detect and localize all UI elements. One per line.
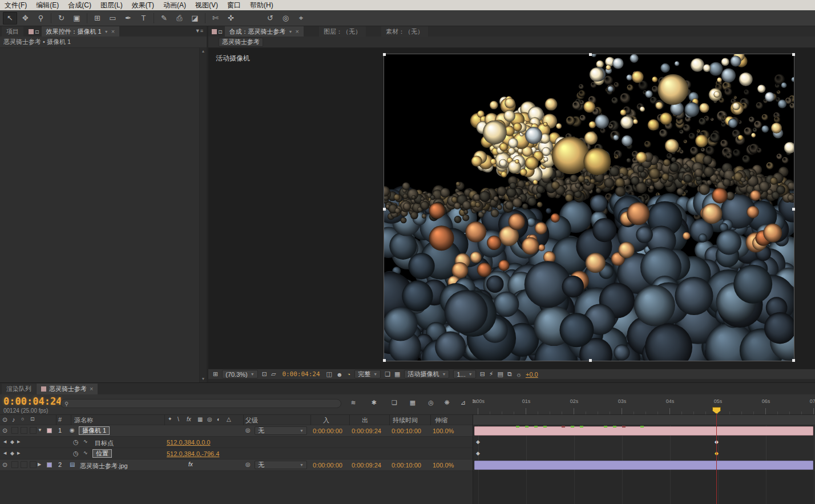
menu-file[interactable]: 文件(F) [0, 0, 31, 10]
close-icon[interactable]: × [111, 27, 115, 37]
viewport-canvas[interactable] [384, 54, 794, 361]
close-icon[interactable]: × [295, 27, 298, 37]
layer-handle[interactable] [589, 53, 592, 56]
twirl-open-icon[interactable]: ▼ [38, 428, 42, 433]
tab-footage[interactable]: 素材：（无） [381, 26, 428, 37]
pan-behind-tool[interactable]: ⊞ [90, 12, 104, 25]
menu-help[interactable]: 帮助(H) [245, 0, 278, 10]
add-keyframe-icon[interactable]: ◆ [10, 440, 14, 445]
exposure-value[interactable]: +0.0 [526, 371, 538, 378]
view-axis-mode[interactable]: ⌖ [294, 12, 308, 25]
prev-keyframe-icon[interactable]: ◀ [3, 440, 6, 444]
pick-whip-icon[interactable]: ◎ [245, 461, 251, 467]
property-row-poi[interactable]: ◀ ◆ ▶ ◷ ∿ 目标点 512.0,384.0,0.0 [0, 437, 473, 448]
brainstorm-icon[interactable]: ❋ [441, 399, 453, 406]
prev-keyframe-icon[interactable]: ◀ [3, 451, 6, 455]
layer-handle[interactable] [792, 359, 795, 362]
property-value[interactable]: 512.0,384.0,0.0 [167, 439, 210, 446]
layer-name[interactable]: 摄像机 1 [79, 426, 110, 435]
flowchart-icon[interactable]: ⧉ [507, 370, 512, 378]
col-out[interactable]: 出 [362, 416, 368, 425]
layer-handle[interactable] [792, 208, 795, 211]
add-keyframe-icon[interactable]: ◆ [10, 451, 14, 456]
pen-tool[interactable]: ✒ [121, 12, 135, 25]
eraser-tool[interactable]: ◪ [188, 12, 202, 25]
lock-icon[interactable]: ⊡ [218, 29, 223, 35]
roi-icon[interactable]: ❑ [385, 370, 390, 378]
lock-cell[interactable] [30, 427, 37, 434]
col-in[interactable]: 入 [323, 416, 329, 425]
twirl-closed-icon[interactable]: ▶ [38, 462, 41, 467]
composition-viewport[interactable] [384, 54, 794, 361]
out-value[interactable]: 0:00:09:24 [352, 428, 381, 434]
layer-handle[interactable] [383, 359, 386, 362]
layer-handle[interactable] [383, 53, 386, 56]
scrollbar[interactable]: ▲ ▼ [199, 48, 207, 382]
stretch-value[interactable]: 100.0% [433, 462, 454, 469]
tab-project[interactable]: 项目 [2, 26, 23, 37]
solo-cell[interactable] [21, 461, 27, 468]
motion-blur-icon[interactable]: ◎ [425, 399, 437, 406]
hand-tool[interactable]: ✥ [18, 12, 33, 25]
timeline-search[interactable]: ⚲ [60, 399, 341, 408]
unified-camera-tool[interactable]: ▣ [70, 12, 84, 25]
draft-3d-icon[interactable]: ✱ [368, 399, 380, 406]
property-row-position[interactable]: ◀ ◆ ▶ ◷ ∿ 位置 512.0,384.0,-796.4 [0, 448, 473, 459]
eye-icon[interactable]: ⊙ [2, 427, 7, 434]
snapshot-icon[interactable]: ◫ [326, 370, 332, 378]
keyframe-diamond[interactable]: ◆ [476, 440, 480, 445]
brush-tool[interactable]: ✎ [157, 12, 171, 25]
property-value[interactable]: 512.0,384.0,-796.4 [167, 450, 219, 457]
scroll-up-icon[interactable]: ▲ [200, 48, 207, 55]
frame-blend-icon[interactable]: ▦ [406, 399, 419, 406]
layer-color-swatch[interactable] [47, 462, 52, 467]
fx-badge[interactable]: fx [188, 461, 193, 467]
current-timecode[interactable]: 0:00:04:24 [3, 396, 62, 407]
scroll-down-icon[interactable]: ▼ [200, 376, 207, 382]
tab-render-queue[interactable]: 渲染队列 [2, 384, 36, 394]
mask-shape-tool[interactable]: ▭ [106, 12, 120, 25]
in-value[interactable]: 0:00:00:00 [313, 428, 342, 434]
tab-timeline-comp[interactable]: 恶灵骑士参考 × [37, 384, 98, 394]
lock-icon[interactable]: ⊡ [35, 29, 39, 35]
property-name[interactable]: 位置 [92, 449, 112, 458]
next-keyframe-icon[interactable]: ▶ [17, 451, 20, 455]
mini-flowchart-icon[interactable]: ≋ [347, 399, 360, 406]
property-name[interactable]: 目标点 [95, 439, 114, 447]
fast-preview-icon[interactable]: ⚡ [489, 370, 494, 378]
col-source-name[interactable]: 源名称 [74, 416, 93, 425]
lock-column-icon[interactable]: ⊡ [30, 416, 35, 422]
parent-select[interactable]: 无▼ [255, 426, 307, 435]
channels-icon[interactable]: ◔ [347, 371, 351, 378]
pixel-aspect-icon[interactable]: ⊟ [480, 370, 485, 378]
menu-layer[interactable]: 图层(L) [96, 0, 127, 10]
in-value[interactable]: 0:00:00:00 [313, 462, 342, 469]
world-axis-mode[interactable]: ◎ [279, 12, 293, 25]
menu-effect[interactable]: 效果(T) [127, 0, 159, 10]
stretch-value[interactable]: 100.0% [433, 428, 454, 434]
stopwatch-icon[interactable]: ◷ [73, 450, 79, 457]
audio-cell[interactable] [11, 427, 18, 434]
resolution-select[interactable]: 完整▼ [354, 370, 381, 378]
col-stretch[interactable]: 伸缩 [435, 416, 447, 425]
audio-column-icon[interactable]: ♪ [12, 416, 15, 423]
tab-composition[interactable]: 合成：恶灵骑士参考 ▼ × [225, 26, 304, 37]
search-input[interactable] [71, 400, 337, 407]
exposure-icon[interactable]: ☼ [516, 371, 522, 378]
menu-animation[interactable]: 动画(A) [159, 0, 191, 10]
parent-select[interactable]: 无▼ [255, 461, 307, 469]
timeline-button-icon[interactable]: ▤ [498, 370, 503, 378]
menu-edit[interactable]: 编辑(E) [31, 0, 63, 10]
pick-whip-icon[interactable]: ◎ [245, 427, 251, 433]
puppet-pin-tool[interactable]: ✜ [224, 12, 238, 25]
view-layout-select[interactable]: 1...▼ [453, 370, 475, 378]
magnification-select[interactable]: (70.3%)▼ [222, 370, 257, 378]
show-snapshot-icon[interactable]: ☻ [336, 371, 343, 378]
selection-tool[interactable]: ↖ [3, 12, 17, 25]
camera-view-select[interactable]: 活动摄像机▼ [404, 370, 449, 378]
col-parent[interactable]: 父级 [245, 416, 258, 425]
image-track-bar[interactable] [474, 461, 813, 470]
clone-stamp-tool[interactable]: ⎙ [172, 12, 187, 25]
camera-track-bar[interactable] [474, 426, 813, 436]
layer-name[interactable]: 恶灵骑士参考.jpg [80, 462, 128, 470]
